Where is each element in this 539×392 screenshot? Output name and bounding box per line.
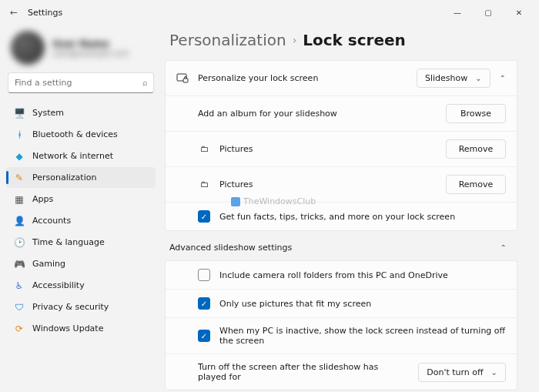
sidebar-item-time-language[interactable]: 🕑Time & language bbox=[6, 232, 156, 253]
camera-roll-checkbox[interactable] bbox=[198, 269, 210, 281]
nav-icon: 🕑 bbox=[14, 237, 25, 248]
fit-row[interactable]: ✓ Only use pictures that fit my screen bbox=[166, 289, 517, 317]
nav-icon: ᚼ bbox=[14, 129, 25, 140]
chevron-right-icon: › bbox=[293, 34, 297, 46]
avatar bbox=[11, 31, 45, 65]
folder-icon: 🗀 bbox=[198, 179, 210, 191]
sidebar-item-network-internet[interactable]: ◆Network & internet bbox=[6, 146, 156, 166]
sidebar-item-label: Accessibility bbox=[32, 280, 85, 290]
remove-button[interactable]: Remove bbox=[446, 139, 506, 159]
profile-email: user@example.com bbox=[52, 49, 129, 58]
nav-icon: ▦ bbox=[14, 194, 25, 205]
add-album-row: Add an album for your slideshow Browse bbox=[166, 95, 517, 131]
camera-roll-label: Include camera roll folders from this PC… bbox=[219, 270, 506, 280]
sidebar-item-privacy-security[interactable]: 🛡Privacy & security bbox=[6, 297, 156, 317]
album-name: Pictures bbox=[219, 179, 437, 189]
sidebar-item-accessibility[interactable]: ♿Accessibility bbox=[6, 275, 156, 296]
profile-block[interactable]: User Name user@example.com bbox=[6, 29, 156, 72]
breadcrumb: Personalization › Lock screen bbox=[165, 25, 517, 60]
fit-checkbox[interactable]: ✓ bbox=[198, 297, 210, 310]
album-name: Pictures bbox=[219, 144, 437, 154]
personalize-row[interactable]: Personalize your lock screen Slideshow ⌄… bbox=[166, 61, 517, 95]
personalize-select[interactable]: Slideshow ⌄ bbox=[417, 69, 490, 88]
inactive-checkbox[interactable]: ✓ bbox=[198, 330, 210, 342]
personalize-label: Personalize your lock screen bbox=[198, 73, 407, 83]
advanced-header-row[interactable]: Advanced slideshow settings ⌃ bbox=[165, 233, 517, 260]
sidebar-item-label: Apps bbox=[32, 194, 53, 204]
profile-name: User Name bbox=[52, 39, 129, 49]
sidebar-item-gaming[interactable]: 🎮Gaming bbox=[6, 253, 156, 274]
nav-list: 🖥️SystemᚼBluetooth & devices◆Network & i… bbox=[6, 102, 156, 339]
breadcrumb-current: Lock screen bbox=[303, 31, 406, 49]
turn-off-select[interactable]: Don't turn off ⌄ bbox=[418, 363, 506, 382]
nav-icon: ◆ bbox=[14, 151, 25, 162]
sidebar-item-personalization[interactable]: ✎Personalization bbox=[6, 167, 156, 188]
chevron-up-icon: ⌃ bbox=[500, 243, 507, 252]
sidebar-item-accounts[interactable]: 👤Accounts bbox=[6, 210, 156, 231]
search-input[interactable] bbox=[8, 72, 154, 93]
close-button[interactable]: ✕ bbox=[505, 3, 533, 22]
sidebar-item-label: Gaming bbox=[32, 259, 65, 269]
advanced-panel: Include camera roll folders from this PC… bbox=[165, 260, 517, 390]
sidebar-item-label: Network & internet bbox=[32, 151, 113, 161]
nav-icon: ✎ bbox=[14, 173, 25, 183]
breadcrumb-parent[interactable]: Personalization bbox=[169, 31, 286, 49]
personalize-panel: Personalize your lock screen Slideshow ⌄… bbox=[165, 60, 517, 231]
turn-off-label: Turn off the screen after the slideshow … bbox=[198, 362, 409, 382]
fit-label: Only use pictures that fit my screen bbox=[219, 299, 506, 309]
sidebar-item-label: Privacy & security bbox=[32, 302, 109, 312]
title-bar: ← Settings — ▢ ✕ bbox=[0, 0, 539, 25]
inactive-row[interactable]: ✓ When my PC is inactive, show the lock … bbox=[166, 317, 517, 353]
sidebar-item-label: System bbox=[32, 108, 64, 118]
svg-rect-1 bbox=[183, 79, 188, 82]
chevron-up-icon[interactable]: ⌃ bbox=[500, 74, 506, 82]
sidebar-item-label: Time & language bbox=[32, 237, 105, 247]
sidebar-item-label: Personalization bbox=[32, 173, 96, 183]
main-layout: User Name user@example.com ⌕ 🖥️SystemᚼBl… bbox=[0, 25, 539, 392]
sidebar-item-label: Accounts bbox=[32, 216, 71, 226]
sidebar-item-apps[interactable]: ▦Apps bbox=[6, 189, 156, 209]
album-row-1: 🗀 Pictures Remove bbox=[166, 166, 517, 202]
search-icon: ⌕ bbox=[142, 78, 148, 88]
back-button[interactable]: ← bbox=[6, 5, 22, 20]
nav-icon: 🖥️ bbox=[14, 108, 25, 119]
chevron-down-icon: ⌄ bbox=[491, 368, 497, 377]
search-box[interactable]: ⌕ bbox=[8, 72, 154, 93]
maximize-button[interactable]: ▢ bbox=[474, 3, 502, 22]
turn-off-row: Turn off the screen after the slideshow … bbox=[166, 353, 517, 390]
content-area: Personalization › Lock screen Personaliz… bbox=[162, 25, 539, 392]
window-controls: — ▢ ✕ bbox=[444, 3, 533, 22]
sidebar-item-bluetooth-devices[interactable]: ᚼBluetooth & devices bbox=[6, 124, 156, 145]
folder-icon: 🗀 bbox=[198, 143, 210, 156]
lock-screen-icon bbox=[176, 72, 189, 85]
nav-icon: 👤 bbox=[14, 216, 25, 226]
nav-icon: ⟳ bbox=[14, 323, 25, 334]
minimize-button[interactable]: — bbox=[444, 3, 471, 22]
nav-icon: ♿ bbox=[14, 280, 25, 291]
fun-facts-checkbox[interactable]: ✓ bbox=[198, 210, 210, 223]
sidebar-item-system[interactable]: 🖥️System bbox=[6, 102, 156, 123]
sidebar-item-label: Windows Update bbox=[32, 323, 103, 333]
sidebar: User Name user@example.com ⌕ 🖥️SystemᚼBl… bbox=[0, 25, 162, 392]
fun-facts-row[interactable]: ✓ Get fun facts, tips, tricks, and more … bbox=[166, 202, 517, 230]
album-row-0: 🗀 Pictures Remove bbox=[166, 131, 517, 166]
fun-facts-label: Get fun facts, tips, tricks, and more on… bbox=[219, 212, 506, 222]
camera-roll-row[interactable]: Include camera roll folders from this PC… bbox=[166, 261, 517, 289]
nav-icon: 🎮 bbox=[14, 259, 25, 270]
chevron-down-icon: ⌄ bbox=[475, 74, 481, 82]
remove-button[interactable]: Remove bbox=[446, 175, 506, 194]
nav-icon: 🛡 bbox=[14, 302, 25, 313]
window-title: Settings bbox=[28, 8, 62, 18]
advanced-header: Advanced slideshow settings bbox=[169, 243, 292, 253]
browse-button[interactable]: Browse bbox=[446, 104, 506, 123]
inactive-label: When my PC is inactive, show the lock sc… bbox=[219, 326, 506, 346]
sidebar-item-windows-update[interactable]: ⟳Windows Update bbox=[6, 318, 156, 339]
sidebar-item-label: Bluetooth & devices bbox=[32, 129, 118, 139]
add-album-label: Add an album for your slideshow bbox=[198, 109, 437, 119]
